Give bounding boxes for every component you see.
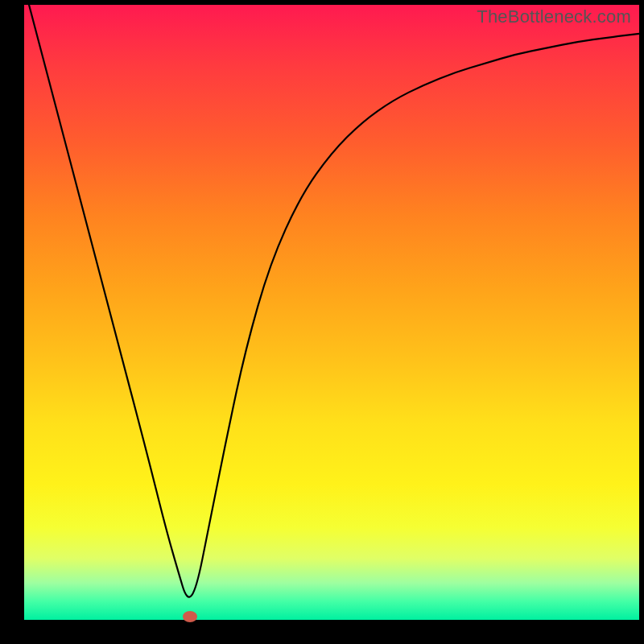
chart-stage: TheBottleneck.com [0,0,644,644]
bottleneck-curve [24,5,639,597]
optimum-marker [183,611,197,622]
plot-area: TheBottleneck.com [24,5,639,620]
curve-svg [24,5,639,620]
